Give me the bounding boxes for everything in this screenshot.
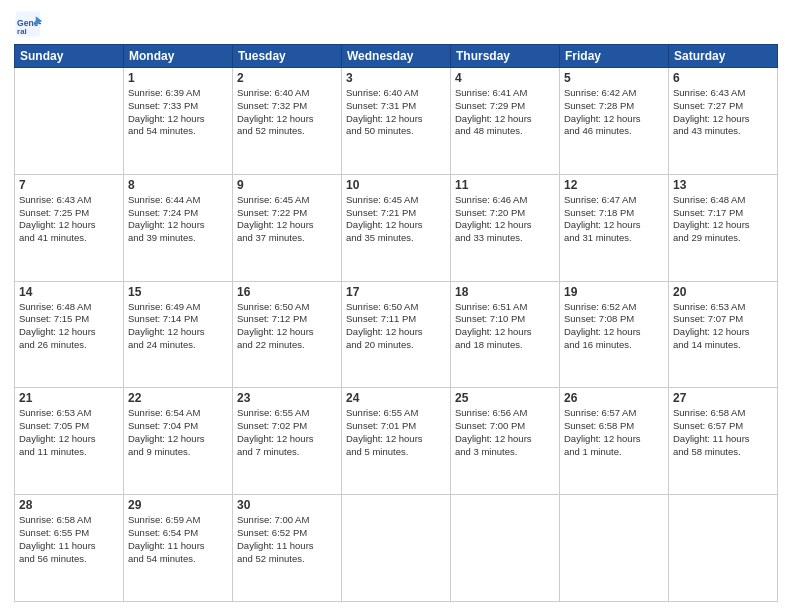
- calendar-cell: 3Sunrise: 6:40 AMSunset: 7:31 PMDaylight…: [342, 68, 451, 175]
- day-number: 7: [19, 178, 119, 192]
- calendar-cell: 29Sunrise: 6:59 AMSunset: 6:54 PMDayligh…: [124, 495, 233, 602]
- day-info: Sunrise: 6:55 AMSunset: 7:02 PMDaylight:…: [237, 407, 337, 458]
- day-number: 24: [346, 391, 446, 405]
- day-info: Sunrise: 6:40 AMSunset: 7:31 PMDaylight:…: [346, 87, 446, 138]
- day-number: 5: [564, 71, 664, 85]
- page: Gene- ral SundayMondayTuesdayWednesdayTh…: [0, 0, 792, 612]
- day-info: Sunrise: 6:56 AMSunset: 7:00 PMDaylight:…: [455, 407, 555, 458]
- weekday-header-monday: Monday: [124, 45, 233, 68]
- weekday-header-friday: Friday: [560, 45, 669, 68]
- day-info: Sunrise: 6:59 AMSunset: 6:54 PMDaylight:…: [128, 514, 228, 565]
- week-row-4: 21Sunrise: 6:53 AMSunset: 7:05 PMDayligh…: [15, 388, 778, 495]
- calendar-cell: 10Sunrise: 6:45 AMSunset: 7:21 PMDayligh…: [342, 174, 451, 281]
- day-number: 23: [237, 391, 337, 405]
- svg-text:ral: ral: [17, 27, 27, 36]
- day-info: Sunrise: 6:43 AMSunset: 7:25 PMDaylight:…: [19, 194, 119, 245]
- calendar-cell: 1Sunrise: 6:39 AMSunset: 7:33 PMDaylight…: [124, 68, 233, 175]
- day-info: Sunrise: 6:43 AMSunset: 7:27 PMDaylight:…: [673, 87, 773, 138]
- day-info: Sunrise: 6:55 AMSunset: 7:01 PMDaylight:…: [346, 407, 446, 458]
- day-number: 9: [237, 178, 337, 192]
- calendar-cell: [15, 68, 124, 175]
- calendar-cell: 18Sunrise: 6:51 AMSunset: 7:10 PMDayligh…: [451, 281, 560, 388]
- logo-icon: Gene- ral: [14, 10, 42, 38]
- day-number: 22: [128, 391, 228, 405]
- calendar-cell: [342, 495, 451, 602]
- day-number: 12: [564, 178, 664, 192]
- day-number: 4: [455, 71, 555, 85]
- day-number: 21: [19, 391, 119, 405]
- calendar-cell: 14Sunrise: 6:48 AMSunset: 7:15 PMDayligh…: [15, 281, 124, 388]
- day-info: Sunrise: 6:48 AMSunset: 7:17 PMDaylight:…: [673, 194, 773, 245]
- day-number: 10: [346, 178, 446, 192]
- calendar-cell: 17Sunrise: 6:50 AMSunset: 7:11 PMDayligh…: [342, 281, 451, 388]
- day-number: 18: [455, 285, 555, 299]
- day-info: Sunrise: 6:57 AMSunset: 6:58 PMDaylight:…: [564, 407, 664, 458]
- calendar-cell: [560, 495, 669, 602]
- day-info: Sunrise: 6:54 AMSunset: 7:04 PMDaylight:…: [128, 407, 228, 458]
- calendar-cell: 27Sunrise: 6:58 AMSunset: 6:57 PMDayligh…: [669, 388, 778, 495]
- weekday-header-sunday: Sunday: [15, 45, 124, 68]
- day-number: 14: [19, 285, 119, 299]
- calendar-cell: 2Sunrise: 6:40 AMSunset: 7:32 PMDaylight…: [233, 68, 342, 175]
- calendar-cell: 5Sunrise: 6:42 AMSunset: 7:28 PMDaylight…: [560, 68, 669, 175]
- day-info: Sunrise: 6:45 AMSunset: 7:22 PMDaylight:…: [237, 194, 337, 245]
- day-number: 11: [455, 178, 555, 192]
- calendar-cell: 15Sunrise: 6:49 AMSunset: 7:14 PMDayligh…: [124, 281, 233, 388]
- calendar-cell: 16Sunrise: 6:50 AMSunset: 7:12 PMDayligh…: [233, 281, 342, 388]
- calendar-cell: 30Sunrise: 7:00 AMSunset: 6:52 PMDayligh…: [233, 495, 342, 602]
- day-number: 25: [455, 391, 555, 405]
- day-number: 1: [128, 71, 228, 85]
- day-info: Sunrise: 6:40 AMSunset: 7:32 PMDaylight:…: [237, 87, 337, 138]
- calendar-cell: 7Sunrise: 6:43 AMSunset: 7:25 PMDaylight…: [15, 174, 124, 281]
- day-number: 8: [128, 178, 228, 192]
- day-info: Sunrise: 6:44 AMSunset: 7:24 PMDaylight:…: [128, 194, 228, 245]
- day-number: 27: [673, 391, 773, 405]
- weekday-header-tuesday: Tuesday: [233, 45, 342, 68]
- calendar-cell: 12Sunrise: 6:47 AMSunset: 7:18 PMDayligh…: [560, 174, 669, 281]
- calendar-cell: 25Sunrise: 6:56 AMSunset: 7:00 PMDayligh…: [451, 388, 560, 495]
- weekday-header-wednesday: Wednesday: [342, 45, 451, 68]
- calendar-cell: 20Sunrise: 6:53 AMSunset: 7:07 PMDayligh…: [669, 281, 778, 388]
- day-info: Sunrise: 6:45 AMSunset: 7:21 PMDaylight:…: [346, 194, 446, 245]
- calendar-cell: 11Sunrise: 6:46 AMSunset: 7:20 PMDayligh…: [451, 174, 560, 281]
- day-number: 26: [564, 391, 664, 405]
- calendar-cell: 28Sunrise: 6:58 AMSunset: 6:55 PMDayligh…: [15, 495, 124, 602]
- day-number: 3: [346, 71, 446, 85]
- day-number: 19: [564, 285, 664, 299]
- week-row-2: 7Sunrise: 6:43 AMSunset: 7:25 PMDaylight…: [15, 174, 778, 281]
- day-number: 17: [346, 285, 446, 299]
- day-info: Sunrise: 6:47 AMSunset: 7:18 PMDaylight:…: [564, 194, 664, 245]
- day-number: 15: [128, 285, 228, 299]
- day-info: Sunrise: 7:00 AMSunset: 6:52 PMDaylight:…: [237, 514, 337, 565]
- calendar-cell: 19Sunrise: 6:52 AMSunset: 7:08 PMDayligh…: [560, 281, 669, 388]
- day-info: Sunrise: 6:50 AMSunset: 7:12 PMDaylight:…: [237, 301, 337, 352]
- week-row-5: 28Sunrise: 6:58 AMSunset: 6:55 PMDayligh…: [15, 495, 778, 602]
- calendar-cell: 24Sunrise: 6:55 AMSunset: 7:01 PMDayligh…: [342, 388, 451, 495]
- weekday-header-saturday: Saturday: [669, 45, 778, 68]
- weekday-header-row: SundayMondayTuesdayWednesdayThursdayFrid…: [15, 45, 778, 68]
- day-info: Sunrise: 6:53 AMSunset: 7:07 PMDaylight:…: [673, 301, 773, 352]
- day-number: 30: [237, 498, 337, 512]
- day-number: 28: [19, 498, 119, 512]
- day-info: Sunrise: 6:52 AMSunset: 7:08 PMDaylight:…: [564, 301, 664, 352]
- day-info: Sunrise: 6:49 AMSunset: 7:14 PMDaylight:…: [128, 301, 228, 352]
- calendar-cell: 26Sunrise: 6:57 AMSunset: 6:58 PMDayligh…: [560, 388, 669, 495]
- day-info: Sunrise: 6:42 AMSunset: 7:28 PMDaylight:…: [564, 87, 664, 138]
- day-number: 20: [673, 285, 773, 299]
- day-number: 13: [673, 178, 773, 192]
- day-number: 6: [673, 71, 773, 85]
- day-info: Sunrise: 6:53 AMSunset: 7:05 PMDaylight:…: [19, 407, 119, 458]
- calendar-cell: [451, 495, 560, 602]
- day-number: 2: [237, 71, 337, 85]
- calendar-cell: 4Sunrise: 6:41 AMSunset: 7:29 PMDaylight…: [451, 68, 560, 175]
- day-info: Sunrise: 6:46 AMSunset: 7:20 PMDaylight:…: [455, 194, 555, 245]
- day-info: Sunrise: 6:58 AMSunset: 6:55 PMDaylight:…: [19, 514, 119, 565]
- day-info: Sunrise: 6:48 AMSunset: 7:15 PMDaylight:…: [19, 301, 119, 352]
- calendar-cell: 8Sunrise: 6:44 AMSunset: 7:24 PMDaylight…: [124, 174, 233, 281]
- week-row-3: 14Sunrise: 6:48 AMSunset: 7:15 PMDayligh…: [15, 281, 778, 388]
- calendar-cell: 22Sunrise: 6:54 AMSunset: 7:04 PMDayligh…: [124, 388, 233, 495]
- calendar-table: SundayMondayTuesdayWednesdayThursdayFrid…: [14, 44, 778, 602]
- weekday-header-thursday: Thursday: [451, 45, 560, 68]
- day-info: Sunrise: 6:41 AMSunset: 7:29 PMDaylight:…: [455, 87, 555, 138]
- calendar-cell: 23Sunrise: 6:55 AMSunset: 7:02 PMDayligh…: [233, 388, 342, 495]
